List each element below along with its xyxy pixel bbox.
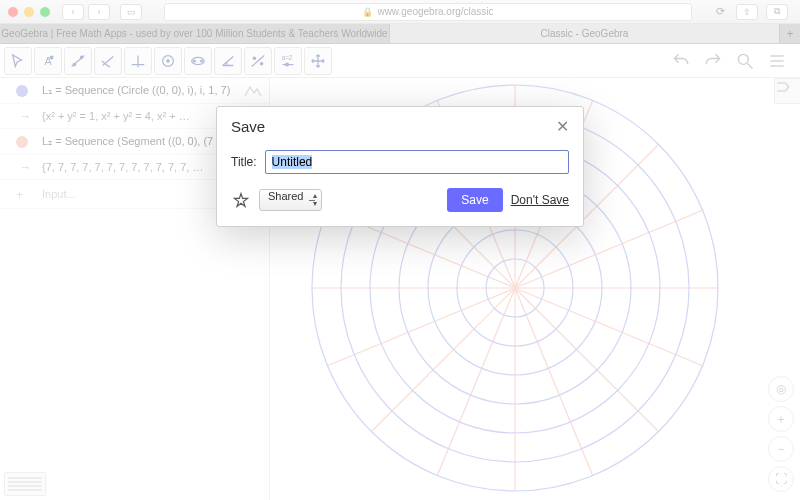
svg-point-19: [286, 63, 289, 66]
svg-point-14: [253, 57, 255, 59]
window-controls: [8, 7, 50, 17]
reload-button[interactable]: ⟳: [710, 5, 730, 18]
back-button[interactable]: ‹: [62, 4, 84, 20]
undo-button[interactable]: [670, 50, 692, 72]
title-label: Title:: [231, 155, 257, 169]
target-button[interactable]: ◎: [768, 376, 794, 402]
save-dialog: Save ✕ Title: Untitled Shared ▴▾ Save Do…: [216, 106, 584, 227]
share-button[interactable]: ⇪: [736, 4, 758, 20]
menu-button[interactable]: [766, 50, 788, 72]
svg-point-1: [50, 56, 53, 59]
search-button[interactable]: [734, 50, 756, 72]
circle-tool[interactable]: [154, 47, 182, 75]
move-tool[interactable]: [4, 47, 32, 75]
dont-save-link[interactable]: Don't Save: [511, 193, 569, 207]
sidebar-button[interactable]: ▭: [120, 4, 142, 20]
browser-chrome: ‹ › ▭ 🔒 www.geogebra.org/classic ⟳ ⇪ ⧉: [0, 0, 800, 24]
svg-point-13: [201, 60, 203, 62]
formula-text: L₁ = Sequence (Circle ((0, 0), i), i, 1,…: [42, 84, 230, 96]
object-color-dot[interactable]: [16, 85, 28, 97]
input-placeholder: Input...: [42, 188, 76, 200]
forward-button[interactable]: ›: [88, 4, 110, 20]
toggle-icon[interactable]: [243, 84, 263, 98]
slider-tool[interactable]: a=2: [274, 47, 302, 75]
svg-line-21: [748, 63, 753, 68]
new-tab-button[interactable]: +: [780, 24, 800, 43]
svg-point-20: [738, 54, 748, 64]
tab-geogebra-home[interactable]: GeoGebra | Free Math Apps - used by over…: [0, 24, 390, 43]
point-tool[interactable]: A: [34, 47, 62, 75]
arrow-icon: →: [20, 161, 31, 173]
svg-point-4: [80, 56, 82, 58]
app-toolbar: A a=2: [0, 44, 800, 78]
svg-line-32: [327, 288, 515, 366]
close-window-icon[interactable]: [8, 7, 18, 17]
dialog-title: Save: [231, 118, 265, 135]
svg-marker-48: [235, 194, 248, 207]
svg-line-30: [437, 288, 515, 476]
svg-line-27: [515, 288, 659, 432]
close-button[interactable]: ✕: [556, 117, 569, 136]
svg-point-10: [167, 59, 169, 61]
formula-text: L₂ = Sequence (Segment ((0, 0), (7 co…: [42, 135, 239, 147]
share-icon[interactable]: [231, 190, 251, 210]
line-tool[interactable]: [64, 47, 92, 75]
reflect-tool[interactable]: [244, 47, 272, 75]
url-text: www.geogebra.org/classic: [377, 6, 493, 17]
tab-strip: GeoGebra | Free Math Apps - used by over…: [0, 24, 800, 44]
list-item[interactable]: L₁ = Sequence (Circle ((0, 0), i), i, 1,…: [0, 78, 269, 104]
lock-icon: 🔒: [362, 7, 373, 17]
formula-detail: {x² + y² = 1, x² + y² = 4, x² + …: [42, 110, 190, 122]
svg-line-6: [102, 61, 110, 67]
formula-detail: {7, 7, 7, 7, 7, 7, 7, 7, 7, 7, 7, 7, …: [42, 161, 203, 173]
visibility-select[interactable]: Shared ▴▾: [259, 189, 322, 211]
svg-point-12: [194, 60, 196, 62]
svg-line-5: [103, 56, 114, 65]
keyboard-toggle[interactable]: [4, 472, 46, 496]
svg-point-15: [260, 62, 262, 64]
svg-line-31: [371, 288, 515, 432]
segment-tool[interactable]: [94, 47, 122, 75]
svg-point-3: [73, 63, 75, 65]
zoom-out-button[interactable]: －: [768, 436, 794, 462]
plus-icon: +: [16, 188, 23, 202]
arrow-icon: →: [20, 110, 31, 122]
svg-line-26: [515, 288, 703, 366]
redo-button[interactable]: [702, 50, 724, 72]
svg-text:a=2: a=2: [282, 54, 293, 61]
angle-tool[interactable]: [214, 47, 242, 75]
perpendicular-tool[interactable]: [124, 47, 152, 75]
address-bar[interactable]: 🔒 www.geogebra.org/classic: [164, 3, 692, 21]
object-color-dot[interactable]: [16, 136, 28, 148]
save-button[interactable]: Save: [447, 188, 502, 212]
maximize-window-icon[interactable]: [40, 7, 50, 17]
minimize-window-icon[interactable]: [24, 7, 34, 17]
style-bar-toggle[interactable]: [774, 78, 800, 104]
title-input[interactable]: Untitled: [265, 150, 569, 174]
zoom-in-button[interactable]: ＋: [768, 406, 794, 432]
svg-line-28: [515, 288, 593, 476]
move-view-tool[interactable]: [304, 47, 332, 75]
tab-classic[interactable]: Classic - GeoGebra: [390, 24, 780, 43]
fullscreen-button[interactable]: ⛶: [768, 466, 794, 492]
ellipse-tool[interactable]: [184, 47, 212, 75]
tabs-button[interactable]: ⧉: [766, 4, 788, 20]
